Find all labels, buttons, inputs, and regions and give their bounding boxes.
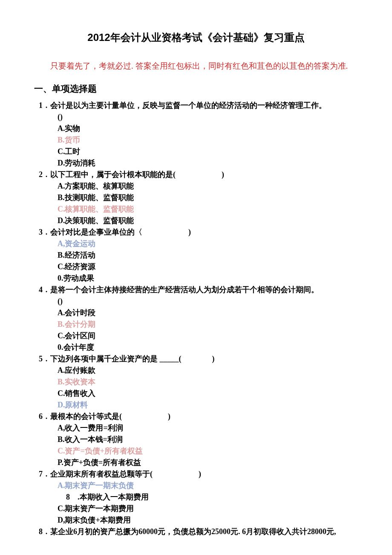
- question-block: 7.企业期末所有者权益总颗等于( )A.期末资产一期末负债8 .本期收入一本期费…: [34, 468, 358, 526]
- section-heading: 一、单项选择题: [34, 82, 358, 96]
- question-block: 1.会计是以为主要计量单位，反映与监督一个单位的经济活动的一种经济管理工作。()…: [34, 100, 358, 169]
- question-block: 6.最根本的会计等式是( )A,收入一费用=利润B.收入一本钱=利润C.资产=负…: [34, 411, 358, 468]
- option: A,收入一费用=利润: [58, 422, 358, 434]
- question-text: 以下工程中，属于会计根本职能的是( ): [50, 169, 358, 180]
- question-stem: 2.以下工程中，属于会计根本职能的是( ): [34, 169, 358, 180]
- question-blank: (): [58, 296, 358, 307]
- option: C.会计区间: [58, 330, 358, 342]
- question-block: 8.某企业6月初的资产总撅为60000元，负债总额为25000元. 6月初取得收…: [34, 526, 358, 538]
- page-title: 2012年会计从业资格考试《会计基础》复习重点: [34, 30, 358, 45]
- option: A.实物: [58, 123, 358, 134]
- question-block: 3.会计对比是企事业单位的〈 )A,资金运动B.经济活动C.经济资源0.劳动成果: [34, 227, 358, 284]
- option: A.期末资产一期末负债: [58, 480, 358, 491]
- question-stem: 5.下边列各项中属千企业资产的是 _____( ): [34, 353, 358, 365]
- question-text: 企业期末所有者权益总颗等于( ): [50, 468, 358, 480]
- option: C.期末资产一本期费用: [58, 503, 358, 514]
- question-number: 6: [34, 411, 43, 422]
- option: D,期末负债+本期费用: [58, 514, 358, 526]
- question-number: 7: [34, 468, 43, 480]
- question-text: 是将一个会计主体持接经营的生产经营活动人为划分成若干个相等的会计期间。: [50, 284, 358, 296]
- question-stem: 3.会计对比是企事业单位的〈 ): [34, 227, 358, 238]
- option: D.劳动消耗: [58, 157, 358, 169]
- option: C.经济资源: [58, 261, 358, 273]
- option: B.技测职能、监督职能: [58, 192, 358, 203]
- option: 0.劳动成果: [58, 273, 358, 284]
- option-list: A.应付账款B.实收资本C.销售收入D.原材料: [58, 365, 358, 411]
- question-stem: 6.最根本的会计等式是( ): [34, 411, 358, 422]
- option: B.会计分期: [58, 319, 358, 330]
- question-number: 2: [34, 169, 43, 180]
- option: A.方案职能、核算职能: [58, 180, 358, 192]
- option: B.货币: [58, 134, 358, 146]
- question-text: 下边列各项中属千企业资产的是 _____( ): [50, 353, 358, 365]
- option: B.收入一本钱=利润: [58, 434, 358, 445]
- option: C.工时: [58, 146, 358, 157]
- question-blank: (): [58, 111, 358, 123]
- option: B.实收资本: [58, 376, 358, 388]
- option: A.会计时段: [58, 307, 358, 319]
- option: D.原材料: [58, 399, 358, 411]
- question-text: 某企业6月初的资产总撅为60000元，负债总额为25000元. 6月初取得收入共…: [50, 526, 358, 538]
- option: A,资金运动: [58, 238, 358, 250]
- option: D.决策职能、监督职能: [58, 215, 358, 227]
- question-block: 4.是将一个会计主体持接经营的生产经营活动人为划分成若干个相等的会计期间。()A…: [34, 284, 358, 353]
- question-number: 4: [34, 284, 43, 296]
- question-number: 8: [34, 526, 43, 538]
- option: C.核算职能、监督职能: [58, 203, 358, 215]
- question-text: 会计对比是企事业单位的〈 ): [50, 227, 358, 238]
- option-list: A,收入一费用=利润B.收入一本钱=利润C.资产=负债+所有者权益P.资产+负债…: [58, 422, 358, 468]
- exam-note: 只要着先了，考就必过. 答案全用红包标出，同时有红色和苴色的以苴色的答案为准.: [34, 58, 358, 74]
- question-number: 5: [34, 353, 43, 365]
- question-stem: 8.某企业6月初的资产总撅为60000元，负债总额为25000元. 6月初取得收…: [34, 526, 358, 538]
- option-list: A.实物B.货币C.工时D.劳动消耗: [58, 123, 358, 169]
- question-stem: 1.会计是以为主要计量单位，反映与监督一个单位的经济活动的一种经济管理工作。: [34, 100, 358, 111]
- option-list: A.期末资产一期末负债8 .本期收入一本期费用C.期末资产一本期费用D,期末负债…: [58, 480, 358, 526]
- option: C.资产=负债+所有者权益: [58, 445, 358, 457]
- question-stem: 4.是将一个会计主体持接经营的生产经营活动人为划分成若干个相等的会计期间。: [34, 284, 358, 296]
- question-stem: 7.企业期末所有者权益总颗等于( ): [34, 468, 358, 480]
- option-list: A,资金运动B.经济活动C.经济资源0.劳动成果: [58, 238, 358, 284]
- option: B.经济活动: [58, 250, 358, 261]
- question-block: 5.下边列各项中属千企业资产的是 _____( )A.应付账款B.实收资本C.销…: [34, 353, 358, 411]
- option: P.资产+负债=所有者权益: [58, 457, 358, 468]
- option-list: A.会计时段B.会计分期C.会计区间0.会计年度: [58, 307, 358, 353]
- question-block: 2.以下工程中，属于会计根本职能的是( )A.方案职能、核算职能B.技测职能、监…: [34, 169, 358, 227]
- option: 0.会计年度: [58, 342, 358, 353]
- question-text: 会计是以为主要计量单位，反映与监督一个单位的经济活动的一种经济管理工作。: [50, 100, 358, 111]
- option: A.应付账款: [58, 365, 358, 376]
- question-list: 1.会计是以为主要计量单位，反映与监督一个单位的经济活动的一种经济管理工作。()…: [34, 100, 358, 538]
- question-number: 1: [34, 100, 43, 111]
- option: 8 .本期收入一本期费用: [66, 491, 358, 503]
- option: C.销售收入: [58, 388, 358, 399]
- option-list: A.方案职能、核算职能B.技测职能、监督职能C.核算职能、监督职能D.决策职能、…: [58, 180, 358, 227]
- question-number: 3: [34, 227, 43, 238]
- question-text: 最根本的会计等式是( ): [50, 411, 358, 422]
